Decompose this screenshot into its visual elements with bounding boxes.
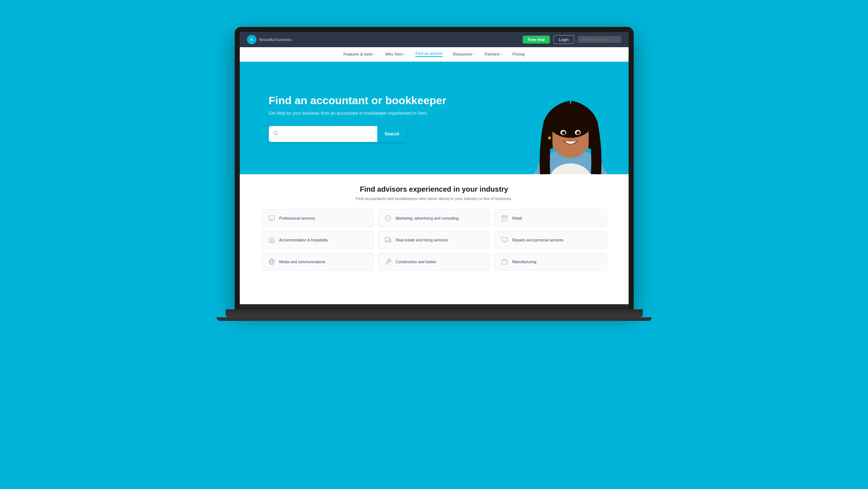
chevron-down-icon: ▾ bbox=[501, 53, 502, 56]
free-trial-button[interactable]: Free trial bbox=[523, 36, 550, 44]
advisor-search-input[interactable] bbox=[283, 131, 378, 136]
main-nav-bar: Features & tools ▾ Why Xero ▾ Find an ad… bbox=[240, 47, 629, 62]
svg-rect-27 bbox=[502, 260, 507, 264]
laptop-wrapper: x Beautiful business Free trial Login Fe… bbox=[235, 27, 634, 462]
svg-rect-23 bbox=[502, 237, 507, 241]
logo-area: x Beautiful business bbox=[247, 35, 292, 44]
top-bar-right: Free trial Login bbox=[523, 35, 621, 44]
svg-rect-14 bbox=[269, 216, 274, 220]
industry-label: Media and communications bbox=[279, 260, 326, 264]
nav-resources[interactable]: Resources ▾ bbox=[453, 52, 474, 56]
laptop-foot bbox=[217, 317, 652, 321]
industry-section-subtitle: Find accountants and bookkeepers who ser… bbox=[262, 196, 607, 201]
login-button[interactable]: Login bbox=[554, 35, 574, 44]
laptop-base bbox=[226, 309, 643, 317]
industry-item-marketing[interactable]: Marketing, advertising and consulting bbox=[378, 209, 490, 227]
industry-item-media[interactable]: Media and communications bbox=[262, 253, 374, 270]
industry-item-accommodation[interactable]: Accommodation & hospitality bbox=[262, 231, 374, 249]
hero-search-container: Search bbox=[269, 126, 407, 142]
industry-label: Marketing, advertising and consulting bbox=[396, 216, 458, 220]
hero-section: Find an accountant or bookkeeper Get hel… bbox=[240, 62, 629, 174]
top-nav-bar: x Beautiful business Free trial Login bbox=[240, 32, 629, 47]
media-icon bbox=[268, 258, 276, 266]
industry-label: Manufacturing bbox=[512, 260, 536, 264]
industry-label: Retail bbox=[512, 216, 522, 220]
industry-item-real-estate[interactable]: Real estate and hiring services bbox=[378, 231, 490, 249]
keyboard-area bbox=[240, 304, 629, 309]
repairs-icon bbox=[501, 236, 509, 244]
svg-line-1 bbox=[276, 134, 277, 135]
svg-point-22 bbox=[389, 241, 391, 243]
manufacturing-icon bbox=[501, 258, 509, 266]
marketing-icon bbox=[384, 214, 392, 222]
nav-find-advisor[interactable]: Find an advisor bbox=[415, 51, 443, 57]
industry-section: Find advisors experienced in your indust… bbox=[240, 174, 629, 278]
chevron-down-icon: ▾ bbox=[404, 53, 405, 56]
industry-item-retail[interactable]: Retail bbox=[494, 209, 606, 227]
accommodation-icon bbox=[268, 236, 276, 244]
industry-item-repairs[interactable]: Repairs and personal services bbox=[494, 231, 606, 249]
industry-label: Professional services bbox=[279, 216, 315, 220]
hero-title: Find an accountant or bookkeeper bbox=[269, 94, 600, 107]
nav-partners[interactable]: Partners ▾ bbox=[485, 52, 502, 56]
search-icon bbox=[269, 131, 283, 137]
professional-services-icon bbox=[268, 214, 276, 222]
industry-label: Construction and trades bbox=[396, 260, 436, 264]
laptop-screen: x Beautiful business Free trial Login Fe… bbox=[240, 32, 629, 304]
industry-grid: Professional services Marketing, adverti… bbox=[262, 209, 607, 270]
tagline: Beautiful business bbox=[259, 37, 292, 42]
industry-section-title: Find advisors experienced in your indust… bbox=[262, 185, 607, 193]
chevron-down-icon: ▾ bbox=[473, 53, 474, 56]
hero-subtitle: Get help for your business from an accou… bbox=[269, 111, 600, 116]
chevron-down-icon: ▾ bbox=[374, 53, 375, 56]
industry-item-construction[interactable]: Construction and trades bbox=[378, 253, 490, 270]
industry-item-professional[interactable]: Professional services bbox=[262, 209, 374, 227]
industry-item-manufacturing[interactable]: Manufacturing bbox=[494, 253, 606, 270]
svg-point-21 bbox=[386, 241, 387, 243]
industry-label: Real estate and hiring services bbox=[396, 238, 448, 242]
nav-why-xero[interactable]: Why Xero ▾ bbox=[385, 52, 405, 56]
construction-icon bbox=[384, 258, 392, 266]
svg-marker-20 bbox=[389, 239, 391, 241]
svg-rect-19 bbox=[385, 237, 389, 241]
nav-pricing[interactable]: Pricing bbox=[513, 52, 525, 56]
real-estate-icon bbox=[384, 236, 392, 244]
industry-label: Accommodation & hospitality bbox=[279, 238, 328, 242]
laptop-screen-outer: x Beautiful business Free trial Login Fe… bbox=[235, 27, 634, 309]
search-button[interactable]: Search bbox=[377, 126, 406, 142]
retail-icon bbox=[501, 214, 509, 222]
xero-logo: x bbox=[247, 35, 256, 44]
industry-label: Repairs and personal services bbox=[512, 238, 563, 242]
global-search-input[interactable] bbox=[578, 36, 621, 43]
hero-content: Find an accountant or bookkeeper Get hel… bbox=[240, 94, 629, 142]
nav-features[interactable]: Features & tools ▾ bbox=[344, 52, 375, 56]
